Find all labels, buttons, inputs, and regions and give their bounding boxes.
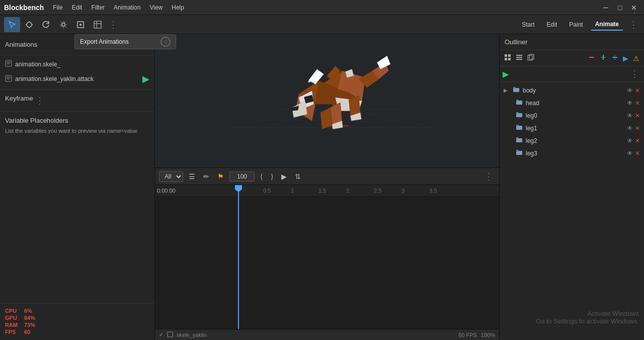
titlebar: Blockbench File Edit Filter Animation Vi… bbox=[0, 0, 644, 15]
timeline-cursor-line bbox=[238, 196, 239, 329]
tab-edit[interactable]: Edit bbox=[543, 19, 561, 30]
fps-value: 60 bbox=[24, 329, 30, 335]
leg3-delete-icon[interactable]: ✕ bbox=[635, 150, 640, 157]
select-tool-button[interactable] bbox=[4, 17, 20, 32]
tab-start[interactable]: Start bbox=[518, 19, 538, 30]
keyframe-more-icon[interactable]: ⋮ bbox=[33, 95, 46, 106]
outliner-minus-button[interactable] bbox=[587, 52, 597, 64]
left-panel: Animations ＋ ⋮ Export Animations ○ bbox=[0, 34, 155, 340]
outliner-grid-button[interactable] bbox=[503, 52, 513, 64]
body-eye-icon[interactable]: 👁 bbox=[627, 87, 633, 94]
edit-tool-button[interactable] bbox=[90, 17, 106, 32]
timeline-flag-button[interactable]: ⚑ bbox=[215, 171, 226, 182]
outliner-row-more-icon[interactable]: ⋮ bbox=[628, 68, 641, 79]
svg-point-3 bbox=[79, 24, 82, 26]
timeline-edit-button[interactable]: ✏ bbox=[201, 171, 212, 182]
timeline-next-button[interactable]: ⟩ bbox=[268, 171, 276, 182]
leg1-delete-icon[interactable]: ✕ bbox=[635, 125, 640, 132]
tool-group: ⋮ bbox=[4, 17, 120, 32]
menu-filter[interactable]: Filter bbox=[87, 3, 109, 12]
leg0-label: leg0 bbox=[526, 112, 627, 119]
outliner-more-icon[interactable]: ⋮ bbox=[628, 4, 641, 15]
body-delete-icon[interactable]: ✕ bbox=[635, 87, 640, 94]
timeline-frame-input[interactable] bbox=[229, 172, 255, 182]
mode-more-icon[interactable]: ⋮ bbox=[627, 19, 640, 30]
leg2-eye-icon[interactable]: 👁 bbox=[627, 137, 633, 144]
menu-edit[interactable]: Edit bbox=[68, 3, 87, 12]
svg-rect-4 bbox=[94, 21, 101, 28]
timeline-more-icon[interactable]: ⋮ bbox=[482, 171, 495, 182]
svg-rect-73 bbox=[516, 150, 519, 151]
svg-rect-51 bbox=[508, 58, 511, 60]
leg2-delete-icon[interactable]: ✕ bbox=[635, 137, 640, 144]
tree-item-leg2[interactable]: leg2 👁 ✕ bbox=[502, 134, 642, 147]
animation-item-1[interactable]: animation.skele_yaklin.attack ▶ bbox=[2, 71, 152, 87]
outliner-copy-button[interactable] bbox=[526, 52, 536, 64]
menu-animation[interactable]: Animation bbox=[110, 3, 144, 12]
outliner-center-v-button[interactable] bbox=[598, 52, 608, 64]
move-tool-button[interactable] bbox=[21, 17, 37, 32]
tab-paint[interactable]: Paint bbox=[565, 19, 587, 30]
leg0-folder-icon bbox=[516, 111, 523, 120]
svg-rect-53 bbox=[516, 57, 522, 58]
ram-stat-row: RAM 73% bbox=[5, 322, 149, 328]
svg-rect-10 bbox=[6, 75, 12, 81]
leg3-actions: 👁 ✕ bbox=[627, 150, 640, 157]
cpu-value: 6% bbox=[24, 308, 32, 314]
outliner-center-h-button[interactable] bbox=[610, 52, 620, 64]
ram-label: RAM bbox=[5, 322, 20, 328]
viewport-canvas[interactable] bbox=[155, 34, 499, 167]
animation-play-button-1[interactable]: ▶ bbox=[142, 73, 149, 84]
leg0-delete-icon[interactable]: ✕ bbox=[635, 112, 640, 119]
tree-item-leg0[interactable]: leg0 👁 ✕ bbox=[502, 109, 642, 122]
svg-marker-41 bbox=[349, 96, 360, 116]
outliner-warn-button[interactable]: ⚠ bbox=[631, 53, 641, 64]
timeline-sort-button[interactable]: ⇅ bbox=[292, 171, 303, 182]
leg0-eye-icon[interactable]: 👁 bbox=[627, 112, 633, 119]
timeline-align-button[interactable]: ☰ bbox=[186, 171, 198, 182]
svg-rect-72 bbox=[516, 151, 522, 155]
leg2-label: leg2 bbox=[526, 137, 627, 144]
leg1-label: leg1 bbox=[526, 125, 627, 132]
stats-panel: CPU 6% GPU 84% RAM 73% FPS 60 bbox=[0, 303, 154, 340]
timeline-prev-button[interactable]: ⟨ bbox=[258, 171, 265, 182]
svg-rect-69 bbox=[516, 125, 519, 126]
scale-tool-button[interactable] bbox=[55, 17, 71, 32]
timeline-tracks[interactable] bbox=[155, 196, 499, 329]
leg1-eye-icon[interactable]: 👁 bbox=[627, 125, 633, 132]
minimize-button[interactable]: ─ bbox=[600, 3, 612, 13]
tree-item-leg3[interactable]: leg3 👁 ✕ bbox=[502, 147, 642, 159]
timeline-play-button[interactable]: ▶ bbox=[279, 171, 289, 182]
pivot-tool-button[interactable] bbox=[72, 17, 89, 32]
outliner-arrow-button[interactable]: ▶ bbox=[621, 53, 630, 64]
outliner-list-button[interactable] bbox=[514, 52, 524, 64]
toolbar-more-icon[interactable]: ⋮ bbox=[107, 19, 120, 30]
animation-item-icon-0 bbox=[5, 60, 12, 68]
head-eye-icon[interactable]: 👁 bbox=[627, 100, 633, 107]
fps-stat-row: FPS 60 bbox=[5, 329, 149, 335]
animation-item-0[interactable]: animation.skele_ bbox=[2, 57, 152, 71]
svg-marker-40 bbox=[320, 108, 332, 129]
tree-item-body[interactable]: ▶ body 👁 ✕ bbox=[502, 84, 642, 97]
export-animations-tooltip: Export Animations ○ bbox=[74, 34, 176, 49]
svg-rect-63 bbox=[513, 87, 516, 89]
maximize-button[interactable]: □ bbox=[614, 3, 626, 13]
leg3-eye-icon[interactable]: 👁 bbox=[627, 150, 633, 157]
svg-rect-9 bbox=[6, 60, 12, 66]
svg-marker-38 bbox=[331, 103, 342, 124]
menu-view[interactable]: View bbox=[145, 3, 167, 12]
tree-item-head[interactable]: head 👁 ✕ bbox=[502, 97, 642, 109]
app-logo: Blockbench bbox=[4, 4, 44, 12]
timeline-playhead-ruler bbox=[238, 185, 239, 196]
outliner-tree: ▶ body 👁 ✕ head 👁 ✕ bbox=[500, 82, 644, 340]
rotate-tool-button[interactable] bbox=[38, 17, 54, 32]
timeline-filter-dropdown[interactable]: All bbox=[159, 171, 183, 182]
menu-file[interactable]: File bbox=[49, 3, 66, 12]
outliner-panel: Outliner ⋮ ▶ ⚠ bbox=[499, 34, 644, 340]
tab-animate[interactable]: Animate bbox=[591, 19, 623, 31]
menu-help[interactable]: Help bbox=[168, 3, 188, 12]
body-expand-icon[interactable]: ▶ bbox=[504, 88, 511, 93]
svg-line-20 bbox=[385, 108, 399, 131]
head-delete-icon[interactable]: ✕ bbox=[635, 100, 640, 107]
tree-item-leg1[interactable]: leg1 👁 ✕ bbox=[502, 122, 642, 134]
